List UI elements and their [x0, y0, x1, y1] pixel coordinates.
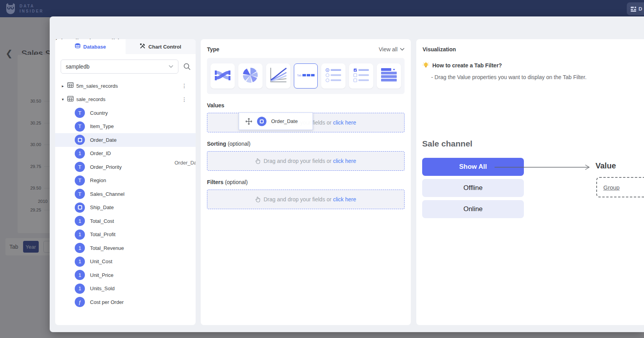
caret-down-icon[interactable]: ▾ — [62, 97, 67, 101]
dashboard-nav-button[interactable]: D — [627, 2, 644, 15]
field-row-order_date[interactable]: Order_Date — [55, 133, 196, 147]
tab-database[interactable]: Database — [55, 39, 126, 54]
chart-config-panel: Type View all Tab ValuesDrag and drop yo… — [201, 39, 411, 325]
values-section-label: Values — [207, 102, 224, 108]
view-all-button[interactable]: View all — [379, 46, 405, 52]
visualization-builder-modal: Visualization Builder DatabaseChart Cont… — [50, 16, 644, 332]
table-icon — [67, 82, 74, 89]
app-logo[interactable]: DATA INSIDER — [5, 3, 44, 14]
tools-icon — [140, 43, 146, 50]
chevron-down-icon — [169, 65, 173, 68]
filters-dropzone[interactable]: Drag and drop your fields or click here — [207, 190, 405, 209]
database-icon — [75, 43, 81, 50]
field-row-country[interactable]: TCountry — [55, 106, 196, 120]
table-row-5m_sales_records[interactable]: ▸5m_sales_records⋮ — [55, 79, 196, 93]
type-section-label: Type — [207, 46, 219, 52]
caret-right-icon[interactable]: ▸ — [62, 84, 67, 88]
lightbulb-icon — [423, 62, 429, 69]
field-type-number-icon: 1 — [75, 243, 85, 253]
field-type-date-icon — [75, 135, 85, 145]
table-name: 5m_sales_records — [76, 83, 118, 89]
field-name: Total_Revenue — [90, 245, 124, 251]
field-type-number-icon: 1 — [75, 230, 85, 240]
visualization-label: Visualization — [416, 39, 644, 52]
view-all-label: View all — [379, 46, 398, 52]
field-name: Ship_Date — [90, 204, 114, 210]
dashboard-grid-icon — [630, 6, 637, 12]
table-row-sale_records[interactable]: ▾sale_records⋮ — [55, 93, 196, 107]
field-type-number-icon: 1 — [75, 216, 85, 226]
field-name: Order_Date — [90, 137, 117, 143]
annotation-group-link[interactable]: Group — [603, 184, 620, 191]
chart-type-pie[interactable] — [238, 63, 263, 89]
drag-hand-icon — [255, 196, 261, 202]
chart-type-line[interactable] — [266, 63, 290, 89]
chart-type-checkbox-list[interactable] — [349, 63, 373, 89]
pie-icon — [242, 67, 259, 85]
chevron-down-icon — [400, 48, 405, 51]
table-icon — [380, 67, 398, 85]
tip-title: How to create a Tab Filter? — [432, 62, 502, 69]
field-type-text-icon: T — [75, 175, 85, 186]
database-select-value: sampledb — [66, 63, 90, 70]
tip-body: - Drag the Value properties you want to … — [416, 69, 644, 80]
field-row-unit_price[interactable]: 1Unit_Price — [55, 268, 196, 282]
field-row-units_sold[interactable]: 1Units_Sold — [55, 282, 196, 296]
line-icon — [269, 67, 287, 85]
database-panel: DatabaseChart Control sampledb ▸5m_sales… — [55, 39, 196, 325]
logo-text-line1: DATA — [20, 4, 44, 9]
chart-type-sankey[interactable] — [210, 63, 235, 89]
click-here-link[interactable]: click here — [333, 119, 356, 126]
dragged-field-chip[interactable]: Order_Date — [239, 112, 313, 130]
field-row-total_revenue[interactable]: 1Total_Revenue — [55, 241, 196, 255]
click-here-link[interactable]: click here — [333, 158, 356, 164]
chart-type-tab-filter[interactable]: Tab — [294, 63, 318, 89]
field-row-ship_date[interactable]: Ship_Date — [55, 201, 196, 215]
sorting-section-label: Sorting (optional) — [207, 141, 250, 147]
drag-source-ghost: Order_Date — [174, 160, 196, 166]
field-row-cost-per-order[interactable]: ƒCost per Order — [55, 295, 196, 309]
top-navbar: DATA INSIDER D — [0, 0, 644, 17]
channel-button-online[interactable]: Online — [422, 200, 524, 218]
field-type-number-icon: 1 — [75, 148, 85, 159]
field-name: Unit_Cost — [90, 258, 112, 264]
field-row-order_id[interactable]: 1Order_ID — [55, 147, 196, 161]
field-row-sales_channel[interactable]: TSales_Channel — [55, 187, 196, 201]
tab-chart-control[interactable]: Chart Control — [126, 39, 196, 54]
search-icon[interactable] — [183, 63, 191, 70]
table-icon — [67, 96, 74, 103]
chart-type-table[interactable] — [377, 63, 401, 89]
channel-button-offline[interactable]: Offline — [422, 179, 524, 197]
annotation-value-label: Value — [595, 161, 616, 170]
field-type-number-icon: 1 — [75, 284, 85, 294]
field-row-total_cost[interactable]: 1Total_Cost — [55, 214, 196, 228]
field-row-item_type[interactable]: TItem_Type — [55, 120, 196, 134]
annotation-group-box: Group — [596, 177, 644, 197]
field-type-text-icon: T — [75, 108, 85, 118]
field-row-region[interactable]: TRegion — [55, 174, 196, 188]
field-name: Units_Sold — [90, 286, 115, 291]
field-type-text-icon: T — [75, 162, 85, 172]
field-name: Total_Cost — [90, 218, 114, 224]
sorting-dropzone[interactable]: Drag and drop your fields or click here — [207, 151, 405, 171]
field-type-text-icon: T — [75, 121, 85, 132]
table-menu-icon[interactable]: ⋮ — [182, 83, 187, 89]
tab-filter-icon: Tab — [297, 72, 315, 80]
field-row-total_profit[interactable]: 1Total_Profit — [55, 228, 196, 242]
table-menu-icon[interactable]: ⋮ — [182, 96, 187, 103]
dragged-field-label: Order_Date — [271, 118, 298, 124]
move-icon — [245, 118, 252, 125]
owl-logo-icon — [5, 3, 16, 14]
field-name: Region — [90, 177, 106, 183]
field-type-text-icon: T — [75, 189, 85, 199]
visualization-panel: Visualization How to create a Tab Filter… — [416, 39, 644, 325]
database-select[interactable]: sampledb — [61, 60, 178, 74]
click-here-link[interactable]: click here — [333, 196, 356, 202]
field-name: Sales_Channel — [90, 191, 124, 197]
field-row-unit_cost[interactable]: 1Unit_Cost — [55, 255, 196, 269]
date-field-icon — [257, 117, 266, 126]
dashboard-nav-label: D — [639, 6, 642, 12]
field-name: Country — [90, 110, 108, 116]
chart-type-radio-list[interactable] — [321, 63, 345, 89]
sankey-icon — [214, 67, 231, 85]
